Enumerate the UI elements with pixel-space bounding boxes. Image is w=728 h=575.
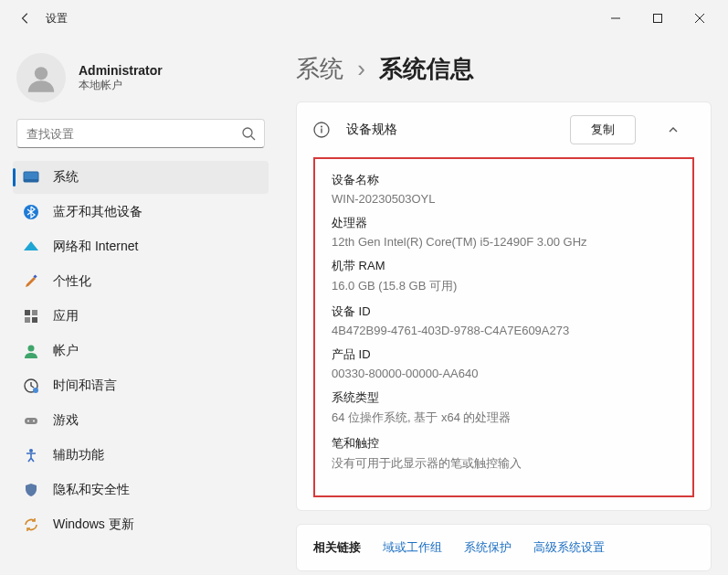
spec-label: 笔和触控 (332, 435, 676, 452)
clock-icon (22, 377, 40, 395)
svg-rect-12 (32, 310, 37, 315)
spec-value: 64 位操作系统, 基于 x64 的处理器 (332, 410, 676, 426)
nav-accounts[interactable]: 帐户 (13, 335, 269, 367)
nav: 系统 蓝牙和其他设备 网络和 Internet 个性化 应用 帐户 (13, 161, 269, 541)
nav-label: 时间和语言 (53, 378, 117, 394)
brush-icon (22, 272, 40, 291)
breadcrumb-current: 系统信息 (379, 55, 474, 82)
spec-value: 12th Gen Intel(R) Core(TM) i5-12490F 3.0… (332, 235, 676, 249)
search-input[interactable] (16, 119, 265, 148)
spec-row: 设备 ID4B472B99-4761-403D-9788-C4A7E609A27… (332, 303, 676, 337)
svg-point-19 (27, 421, 29, 422)
svg-line-6 (251, 136, 255, 140)
gamepad-icon (22, 411, 40, 430)
svg-rect-8 (24, 179, 38, 182)
card-title: 设备规格 (346, 122, 397, 138)
nav-label: 辅助功能 (53, 447, 104, 463)
nav-label: 隐私和安全性 (53, 482, 130, 498)
link-protection[interactable]: 系统保护 (464, 539, 512, 556)
nav-apps[interactable]: 应用 (13, 300, 269, 333)
nav-label: 网络和 Internet (53, 239, 138, 255)
info-icon (313, 122, 330, 138)
apps-icon (22, 307, 40, 325)
svg-point-15 (28, 346, 35, 352)
search-box (16, 119, 265, 148)
copy-button[interactable]: 复制 (570, 115, 636, 144)
svg-rect-1 (654, 15, 662, 23)
collapse-button[interactable] (652, 123, 694, 136)
spec-row: 笔和触控没有可用于此显示器的笔或触控输入 (332, 435, 676, 472)
spec-label: 系统类型 (332, 389, 676, 406)
spec-label: 设备名称 (332, 172, 676, 188)
nav-update[interactable]: Windows 更新 (13, 508, 269, 541)
title-bar: 设置 (0, 0, 728, 37)
chevron-up-icon (667, 123, 680, 136)
spec-row: 系统类型64 位操作系统, 基于 x64 的处理器 (332, 389, 676, 426)
breadcrumb: 系统 › 系统信息 (296, 53, 712, 85)
spec-row: 产品 ID00330-80000-00000-AA640 (332, 346, 676, 380)
nav-label: 游戏 (53, 412, 79, 429)
spec-row: 处理器12th Gen Intel(R) Core(TM) i5-12490F … (332, 215, 676, 249)
close-button[interactable] (679, 4, 721, 33)
spec-value: 00330-80000-00000-AA640 (332, 367, 676, 380)
nav-privacy[interactable]: 隐私和安全性 (13, 474, 269, 506)
maximize-button[interactable] (637, 4, 679, 33)
spec-value: 4B472B99-4761-403D-9788-C4A7E609A273 (332, 324, 676, 337)
svg-point-21 (29, 449, 33, 453)
spec-value: 没有可用于此显示器的笔或触控输入 (332, 455, 676, 472)
nav-label: Windows 更新 (53, 516, 134, 533)
accessibility-icon (22, 446, 40, 464)
back-button[interactable] (18, 11, 33, 26)
nav-accessibility[interactable]: 辅助功能 (13, 439, 269, 472)
update-icon (22, 516, 40, 534)
spec-label: 机带 RAM (332, 258, 676, 274)
svg-point-20 (33, 421, 35, 422)
sidebar: Administrator 本地帐户 系统 蓝牙和其他设备 网络和 Intern… (0, 37, 274, 575)
related-links-card: 相关链接 域或工作组 系统保护 高级系统设置 (296, 524, 712, 571)
spec-label: 处理器 (332, 215, 676, 231)
wifi-icon (22, 238, 40, 256)
svg-point-23 (321, 126, 322, 128)
shield-icon (22, 481, 40, 499)
minimize-button[interactable] (595, 4, 637, 33)
user-block[interactable]: Administrator 本地帐户 (16, 53, 265, 102)
bluetooth-icon (22, 203, 40, 221)
nav-label: 个性化 (53, 273, 91, 290)
nav-label: 系统 (53, 169, 79, 186)
breadcrumb-parent[interactable]: 系统 (296, 55, 343, 82)
device-spec-card: 设备规格 复制 设备名称WIN-20230503OYL处理器12th Gen I… (296, 101, 712, 511)
svg-point-4 (35, 67, 47, 80)
search-icon (241, 126, 256, 141)
svg-rect-24 (321, 129, 322, 133)
window-title: 设置 (46, 11, 68, 27)
spec-value: 16.0 GB (15.8 GB 可用) (332, 278, 676, 294)
svg-rect-14 (32, 317, 37, 323)
spec-row: 设备名称WIN-20230503OYL (332, 172, 676, 206)
avatar (16, 53, 66, 102)
chevron-right-icon: › (357, 55, 365, 82)
spec-value: WIN-20230503OYL (332, 192, 676, 206)
nav-bluetooth[interactable]: 蓝牙和其他设备 (13, 196, 269, 229)
svg-point-5 (243, 128, 252, 137)
svg-point-17 (33, 388, 38, 393)
nav-system[interactable]: 系统 (13, 161, 269, 194)
user-name: Administrator (79, 63, 163, 78)
spec-label: 设备 ID (332, 303, 676, 320)
spec-highlight-box: 设备名称WIN-20230503OYL处理器12th Gen Intel(R) … (313, 157, 694, 497)
person-icon (22, 342, 40, 360)
main-content: 系统 › 系统信息 设备规格 复制 设备名称WIN-20230503OYL处理器… (274, 37, 728, 575)
spec-label: 产品 ID (332, 346, 676, 363)
nav-personalization[interactable]: 个性化 (13, 265, 269, 298)
nav-time-language[interactable]: 时间和语言 (13, 369, 269, 402)
nav-label: 帐户 (53, 343, 79, 359)
system-icon (22, 168, 40, 186)
svg-rect-13 (25, 317, 30, 323)
link-domain[interactable]: 域或工作组 (383, 539, 442, 556)
nav-network[interactable]: 网络和 Internet (13, 230, 269, 263)
nav-gaming[interactable]: 游戏 (13, 404, 269, 437)
svg-rect-11 (25, 310, 30, 315)
link-advanced[interactable]: 高级系统设置 (533, 539, 605, 556)
user-subtitle: 本地帐户 (79, 78, 163, 93)
links-title: 相关链接 (313, 539, 361, 556)
nav-label: 蓝牙和其他设备 (53, 204, 142, 220)
